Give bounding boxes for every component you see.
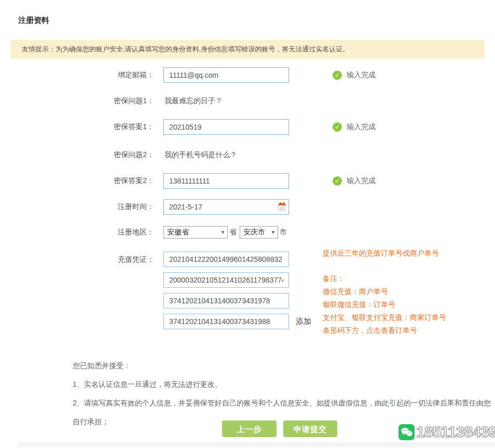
check-icon: ✓ — [333, 176, 342, 186]
question2-text: 我的手机号码是什么？ — [164, 150, 237, 160]
voucher-input-1[interactable] — [163, 251, 289, 267]
answer1-label: 密保答案1： — [0, 122, 154, 132]
status-text: 输入完成 — [347, 122, 376, 132]
chevron-down-icon: ▼ — [271, 230, 276, 235]
terms-intro: 您已知悉并接受： — [73, 356, 494, 375]
voucher-input-4[interactable] — [163, 314, 289, 329]
form-row-answer2: 密保答案2： ✓ 输入完成 — [0, 173, 495, 189]
form-row-reg-time: 注册时间： 21 — [0, 199, 495, 215]
answer1-input[interactable] — [163, 119, 289, 135]
voucher-hints: 提供近三年的充值订单号或商户单号 备注： 微信充值：商户单号 银联微信充值：订单… — [323, 249, 494, 340]
hint-line: 条形码下方，点击查看订单号 — [323, 327, 494, 334]
previous-step-button[interactable]: 上一步 — [222, 421, 277, 437]
answer2-label: 密保答案2： — [0, 176, 154, 186]
terms-item-1: 1、实名认证信息一旦通过，将无法进行更改。 — [73, 375, 494, 394]
answer2-status: ✓ 输入完成 — [333, 176, 376, 186]
province-select[interactable]: 安徽省 ▼ — [163, 226, 228, 239]
city-suffix: 市 — [280, 228, 287, 237]
province-selected-value: 安徽省 — [167, 228, 189, 237]
email-status: ✓ 输入完成 — [333, 71, 376, 80]
reg-time-input[interactable] — [163, 199, 289, 215]
friendly-notice-bar: 友情提示：为为确保您的账户安全,请认真填写您的身份资料,身份信息填写错误的账号，… — [10, 40, 485, 59]
voucher-input-3[interactable] — [163, 293, 289, 309]
terms-block: 您已知悉并接受： 1、实名认证信息一旦通过，将无法进行更改。 2、请填写真实有效… — [73, 356, 494, 431]
form-row-answer1: 密保答案1： ✓ 输入完成 — [0, 119, 495, 135]
email-input[interactable] — [163, 67, 289, 83]
city-select[interactable]: 安庆市 ▼ — [240, 226, 278, 239]
voucher-input-2[interactable] — [163, 272, 289, 288]
city-selected-value: 安庆市 — [243, 228, 265, 237]
form-row-region: 注册地区： 安徽省 ▼ 省 安庆市 ▼ 市 — [0, 226, 495, 239]
answer1-status: ✓ 输入完成 — [333, 122, 376, 132]
calendar-icon[interactable]: 21 — [278, 203, 286, 211]
email-label: 绑定邮箱： — [0, 71, 154, 80]
question1-label: 密保问题1： — [0, 96, 154, 106]
form-row-question1: 密保问题1： 我最难忘的日子？ — [0, 96, 495, 106]
chevron-down-icon: ▼ — [221, 230, 225, 235]
reg-time-label: 注册时间： — [0, 202, 154, 212]
hints-headline: 提供近三年的充值订单号或商户单号 — [323, 249, 494, 258]
footer-divider — [18, 442, 495, 447]
province-suffix: 省 — [229, 228, 237, 237]
hint-line: 微信充值：商户单号 — [323, 288, 494, 295]
question1-text: 我最难忘的日子？ — [164, 96, 223, 106]
check-icon: ✓ — [333, 71, 342, 80]
hint-line: 银联微信充值：订单号 — [323, 301, 494, 308]
submit-application-button[interactable]: 申请提交 — [283, 421, 337, 437]
form-row-email: 绑定邮箱： ✓ 输入完成 — [0, 67, 495, 83]
page-title: 注册资料 — [18, 16, 495, 25]
contact-phone-number: 18511384396 — [416, 423, 495, 441]
hint-line: 支付宝、银联支付宝充值：商家订单号 — [323, 314, 494, 321]
wechat-icon — [398, 424, 415, 440]
registration-page: 注册资料 友情提示：为为确保您的账户安全,请认真填写您的身份资料,身份信息填写错… — [0, 0, 495, 448]
status-text: 输入完成 — [347, 176, 376, 186]
region-label: 注册地区： — [0, 228, 154, 237]
wechat-contact: 18511384396 — [398, 423, 495, 441]
question2-label: 密保问题2： — [0, 150, 154, 160]
add-voucher-link[interactable]: 添加 — [296, 317, 311, 327]
check-icon: ✓ — [333, 122, 342, 132]
status-text: 输入完成 — [347, 71, 376, 80]
vouchers-label: 充值凭证： — [0, 251, 154, 264]
hints-note-title: 备注： — [323, 275, 494, 282]
answer2-input[interactable] — [163, 173, 289, 189]
form-row-question2: 密保问题2： 我的手机号码是什么？ — [0, 150, 495, 160]
